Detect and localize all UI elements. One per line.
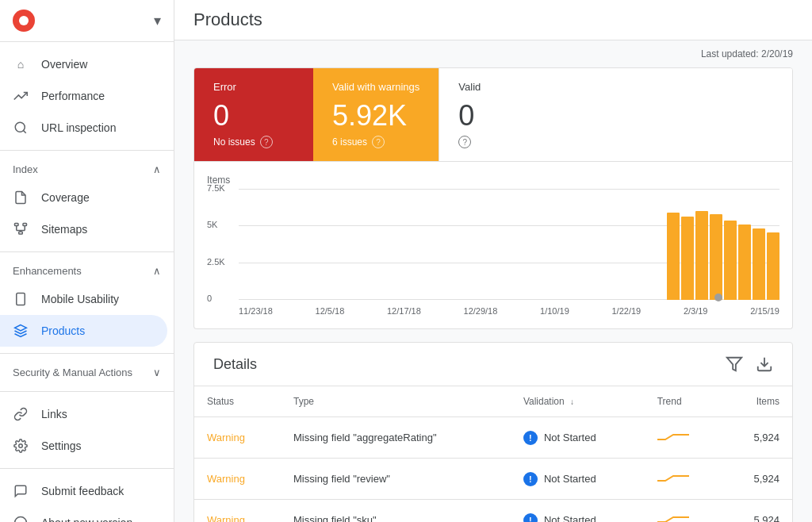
chart-container: Items 7.5K 5K 2.5K 0	[193, 162, 793, 329]
chart-x-label-4: 1/10/19	[540, 306, 569, 316]
svg-point-13	[15, 517, 27, 523]
chart-x-label-1: 12/5/18	[316, 306, 345, 316]
settings-icon	[13, 438, 29, 454]
row1-trend	[645, 417, 722, 459]
chart-bar-8	[767, 232, 779, 300]
row3-status: Warning	[194, 500, 281, 523]
security-section-label: Security & Manual Actions	[13, 367, 132, 378]
index-collapse-icon[interactable]: ∧	[153, 163, 161, 175]
feedback-icon	[13, 483, 29, 499]
details-actions	[726, 355, 773, 373]
warning-card[interactable]: Valid with warnings 5.92K 6 issues ?	[313, 68, 439, 161]
sidebar-item-settings[interactable]: Settings	[0, 430, 167, 462]
sidebar-item-url-inspection[interactable]: URL inspection	[0, 112, 167, 144]
chart-y-axis-5k: 5K	[207, 220, 217, 229]
error-help-icon[interactable]: ?	[260, 136, 273, 148]
chart-x-labels: 11/23/18 12/5/18 12/17/18 12/29/18 1/10/…	[239, 306, 779, 316]
table-row: Warning Missing field "aggregateRating" …	[194, 417, 792, 459]
main-content: Products Last updated: 2/20/19 Error 0 N…	[174, 0, 812, 522]
chart-y-axis-75k: 7.5K	[207, 183, 225, 193]
enhancements-collapse-icon[interactable]: ∧	[153, 265, 161, 277]
chart-dot	[714, 294, 722, 301]
sidebar-item-mobile-usability-label: Mobile Usability	[41, 293, 119, 305]
svg-rect-2	[15, 224, 19, 226]
sidebar-item-settings-label: Settings	[41, 439, 82, 452]
home-icon: ⌂	[13, 56, 29, 72]
details-section: Details Status Type Validation ↓	[193, 342, 793, 522]
sidebar-item-about-new-version[interactable]: About new version	[0, 507, 167, 522]
sidebar-item-sitemaps[interactable]: Sitemaps	[0, 213, 167, 245]
valid-help-icon[interactable]: ?	[458, 136, 471, 148]
sitemap-icon	[13, 221, 29, 237]
sidebar-item-performance-label: Performance	[41, 90, 105, 102]
chart-bar-7	[753, 228, 765, 300]
col-header-type: Type	[281, 386, 511, 417]
valid-card-sublabel: ?	[458, 136, 538, 148]
chart-bar-1	[667, 213, 680, 300]
chart-y-label: Items	[207, 175, 779, 186]
security-collapse-icon[interactable]: ∨	[153, 367, 161, 378]
sidebar-item-links[interactable]: Links	[0, 398, 167, 430]
filter-button[interactable]	[726, 355, 743, 373]
chart-area: 7.5K 5K 2.5K 0	[239, 189, 779, 316]
chart-x-label-6: 2/3/19	[684, 306, 708, 316]
not-started-icon-3: !	[523, 513, 538, 523]
link-icon	[13, 406, 29, 422]
svg-marker-11	[15, 325, 27, 332]
table-row: Warning Missing field "sku" ! Not Starte…	[194, 500, 792, 523]
row1-items: 5,924	[722, 417, 792, 459]
svg-point-12	[19, 444, 23, 448]
sidebar-item-performance[interactable]: Performance	[0, 80, 167, 112]
chart-bar-5	[724, 221, 737, 300]
main-header: Products	[174, 0, 812, 40]
not-started-icon-2: !	[523, 472, 538, 486]
warning-help-icon[interactable]: ?	[372, 136, 385, 148]
sidebar-item-sitemaps-label: Sitemaps	[41, 223, 87, 236]
chart-bars	[667, 189, 779, 300]
error-card-value: 0	[213, 99, 294, 132]
chart-bar-2	[681, 217, 694, 300]
security-section-header: Security & Manual Actions ∨	[0, 360, 174, 385]
details-title: Details	[213, 356, 257, 373]
index-section-header: Index ∧	[0, 157, 174, 182]
sidebar-nav: ⌂ Overview Performance URL inspection In…	[0, 42, 174, 522]
chart-x-label-7: 2/15/19	[750, 306, 779, 316]
details-table: Status Type Validation ↓ Trend Items War…	[194, 386, 792, 522]
sidebar-dropdown-arrow[interactable]: ▾	[154, 12, 161, 29]
table-row: Warning Missing field "review" ! Not Sta…	[194, 459, 792, 500]
error-card[interactable]: Error 0 No issues ?	[194, 68, 313, 161]
col-header-trend: Trend	[645, 386, 722, 417]
row1-status: Warning	[194, 417, 281, 459]
google-logo[interactable]	[13, 10, 35, 32]
sidebar-item-submit-feedback[interactable]: Submit feedback	[0, 475, 167, 507]
valid-card-value: 0	[458, 99, 538, 132]
sidebar-item-submit-feedback-label: Submit feedback	[41, 485, 124, 497]
row3-items: 5,924	[722, 500, 792, 523]
chart-x-label-5: 1/22/19	[611, 306, 641, 316]
valid-card[interactable]: Valid 0 ?	[439, 68, 557, 161]
sidebar-item-url-inspection-label: URL inspection	[41, 121, 116, 134]
content-area: Last updated: 2/20/19 Error 0 No issues …	[174, 40, 812, 522]
row1-type: Missing field "aggregateRating"	[281, 417, 511, 459]
chart-x-label-3: 12/29/18	[464, 306, 498, 316]
details-table-header-row: Status Type Validation ↓ Trend Items	[194, 386, 792, 417]
svg-marker-17	[727, 358, 741, 371]
chart-bar-4	[710, 214, 722, 300]
page-title: Products	[193, 10, 262, 29]
warning-card-value: 5.92K	[332, 99, 419, 132]
sidebar-item-overview[interactable]: ⌂ Overview	[0, 48, 167, 80]
row3-validation: ! Not Started	[511, 500, 645, 523]
col-header-validation[interactable]: Validation ↓	[511, 386, 645, 417]
sidebar-item-coverage[interactable]: Coverage	[0, 182, 167, 213]
chart-x-label-2: 12/17/18	[387, 306, 421, 316]
valid-card-label: Valid	[458, 81, 538, 93]
download-button[interactable]	[756, 355, 773, 373]
row2-type: Missing field "review"	[281, 459, 511, 500]
file-icon	[13, 190, 29, 205]
sidebar-item-products-label: Products	[41, 324, 85, 337]
details-header: Details	[194, 343, 792, 386]
sidebar-item-products[interactable]: Products	[0, 315, 167, 347]
spacer-card	[557, 68, 792, 161]
sidebar-item-mobile-usability[interactable]: Mobile Usability	[0, 283, 167, 315]
sidebar-item-about-new-version-label: About new version	[41, 516, 132, 522]
